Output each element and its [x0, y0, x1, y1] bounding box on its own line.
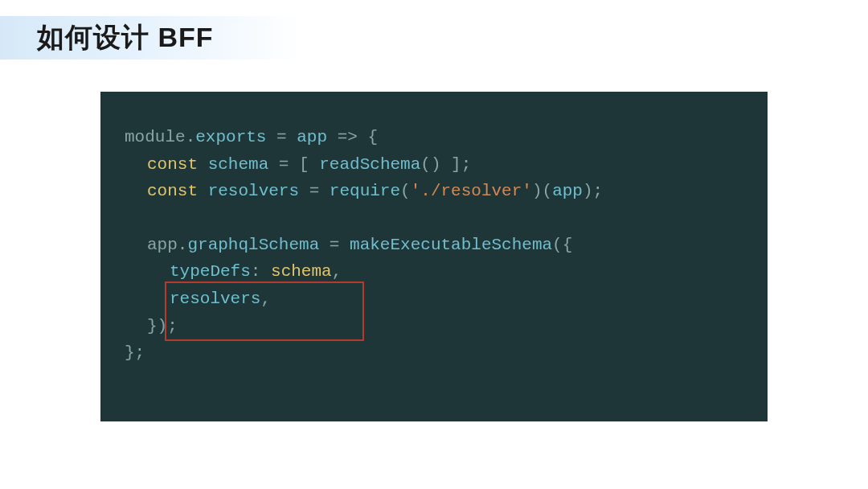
code-line-5: typeDefs: schema,	[125, 258, 743, 286]
code-line-3: const resolvers = require('./resolver')(…	[125, 178, 743, 205]
code-line-6: resolvers,	[125, 286, 743, 313]
code-line-8: };	[125, 339, 743, 367]
code-line-2: const schema = [ readSchema() ];	[125, 151, 743, 179]
code-line-7: });	[125, 313, 743, 340]
code-line-1: module.exports = app => {	[125, 124, 743, 151]
code-block: module.exports = app => { const schema =…	[100, 92, 768, 421]
code-line-4: app.graphqlSchema = makeExecutableSchema…	[125, 232, 743, 259]
title-banner: 如何设计 BFF	[0, 16, 868, 60]
blank-line	[125, 205, 743, 232]
page-title: 如何设计 BFF	[0, 19, 214, 56]
